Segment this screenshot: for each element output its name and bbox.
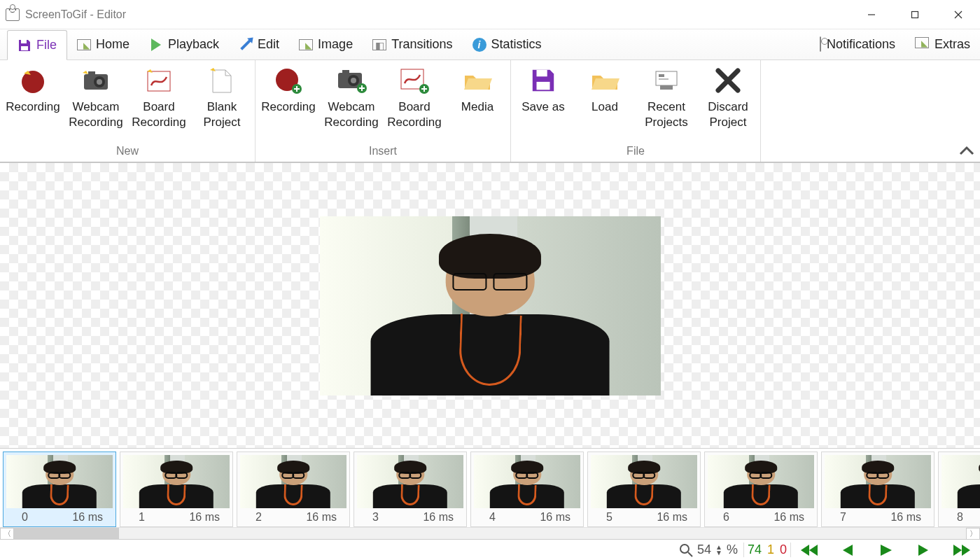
ribbon-group-new: Recording WebcamRecording BoardRecording… — [0, 60, 255, 162]
play-button[interactable] — [876, 543, 895, 557]
tab-home-label: Home — [96, 37, 130, 52]
folder-icon — [574, 66, 636, 95]
frame-duration: 16 ms — [527, 511, 579, 524]
new-board-button[interactable]: BoardRecording — [127, 62, 190, 133]
blank-icon — [190, 66, 253, 95]
prev-frame-button[interactable] — [839, 543, 857, 557]
save-as-button[interactable]: Save as — [512, 62, 574, 118]
tab-home[interactable]: Home — [67, 29, 139, 59]
first-frame-button[interactable] — [801, 543, 819, 557]
zoom-control[interactable]: 54 ▲▼ % — [679, 542, 738, 557]
notifications-button[interactable]: Notifications — [810, 29, 905, 59]
svg-point-16 — [351, 78, 356, 83]
frame-thumb[interactable]: 416 ms — [470, 451, 584, 527]
save-icon — [512, 66, 574, 95]
insert-media-button[interactable]: Media — [446, 62, 509, 118]
search-icon — [679, 543, 693, 557]
frame-thumb[interactable]: 116 ms — [120, 451, 233, 527]
frame-thumb[interactable]: 816 ms — [938, 451, 980, 527]
folder-open-icon — [446, 66, 509, 95]
tab-file[interactable]: File — [7, 30, 67, 60]
label: Save as — [512, 99, 574, 115]
new-recording-label: Recording — [1, 99, 64, 115]
label: Blank — [207, 100, 237, 113]
transitions-icon — [372, 38, 386, 51]
last-frame-button[interactable] — [952, 543, 970, 557]
label: Project — [710, 115, 747, 129]
new-blank-button[interactable]: BlankProject — [190, 62, 253, 133]
label: Board — [143, 100, 174, 113]
insert-board-button[interactable]: BoardRecording — [383, 62, 446, 133]
tab-statistics-label: Statistics — [491, 37, 542, 52]
ribbon-group-file: Save as Load RecentProjects DiscardProje… — [511, 60, 761, 162]
svg-rect-1 — [912, 11, 918, 18]
playback-nav — [797, 543, 974, 557]
frame-thumb[interactable]: 616 ms — [704, 451, 818, 527]
frame-image — [941, 455, 980, 508]
label: Media — [446, 99, 509, 115]
new-webcam-button[interactable]: WebcamRecording — [64, 62, 127, 133]
status-bar: 54 ▲▼ % 74 1 0 — [0, 539, 980, 560]
preview-canvas[interactable] — [0, 162, 980, 448]
group-insert-label: Insert — [257, 145, 509, 162]
svg-rect-17 — [342, 70, 349, 74]
label: Load — [574, 99, 636, 115]
label: Project — [204, 115, 241, 129]
app-icon — [6, 8, 20, 21]
extras-button[interactable]: Extras — [905, 29, 980, 59]
svg-line-30 — [688, 552, 692, 556]
menu-tabs: File Home Playback Edit Image Transition… — [0, 29, 980, 60]
pencil-icon — [239, 38, 253, 51]
frame-index: 5 — [592, 511, 644, 524]
label: Recording — [132, 115, 186, 129]
frame-thumb[interactable]: 516 ms — [587, 451, 701, 527]
recent-projects-button[interactable]: RecentProjects — [636, 62, 697, 133]
load-button[interactable]: Load — [574, 62, 636, 118]
scroll-right-button[interactable]: 〉 — [966, 528, 980, 540]
frame-duration: 16 ms — [761, 511, 813, 524]
tab-statistics[interactable]: i Statistics — [463, 29, 552, 59]
new-recording-button[interactable]: Recording — [1, 62, 64, 118]
frame-image — [825, 455, 931, 508]
discard-project-button[interactable]: DiscardProject — [697, 62, 759, 133]
zoom-spinner[interactable]: ▲▼ — [715, 545, 722, 556]
scroll-left-button[interactable]: 〈 — [0, 528, 14, 540]
frame-scrollbar[interactable]: 〈 〉 — [0, 527, 980, 540]
insert-webcam-button[interactable]: WebcamRecording — [320, 62, 383, 133]
scroll-thumb[interactable] — [14, 528, 119, 540]
frame-image — [123, 455, 230, 508]
frame-thumb[interactable]: 016 ms — [3, 451, 116, 527]
svg-rect-21 — [537, 70, 547, 77]
recent-icon — [636, 66, 697, 95]
maximize-button[interactable] — [893, 0, 937, 29]
label: Discard — [708, 100, 748, 113]
svg-point-6 — [22, 71, 44, 93]
frame-thumb[interactable]: 216 ms — [237, 451, 350, 527]
tab-transitions[interactable]: Transitions — [363, 29, 462, 59]
frame-image — [240, 455, 346, 508]
tab-playback[interactable]: Playback — [139, 29, 229, 59]
insert-recording-button[interactable]: Recording — [257, 62, 320, 118]
minimize-button[interactable] — [850, 0, 893, 29]
window-title: ScreenToGif - Editor — [25, 8, 126, 21]
label: Recording — [387, 115, 442, 129]
close-button[interactable] — [937, 0, 980, 29]
frame-index: 8 — [943, 511, 980, 524]
frame-duration: 16 ms — [410, 511, 462, 524]
tab-image[interactable]: Image — [289, 29, 363, 59]
scroll-track[interactable] — [14, 528, 966, 540]
label: Projects — [645, 115, 687, 129]
frame-thumb[interactable]: 316 ms — [354, 451, 467, 527]
collapse-ribbon-button[interactable] — [959, 143, 974, 159]
frame-index: 7 — [826, 511, 878, 524]
frame-thumb[interactable]: 716 ms — [821, 451, 934, 527]
svg-rect-22 — [537, 82, 550, 90]
frame-index: 6 — [709, 511, 761, 524]
frame-list[interactable]: 016 ms 116 ms 216 ms 316 ms 416 ms 516 m… — [0, 449, 980, 527]
frame-image — [591, 455, 697, 508]
count-total: 74 — [747, 542, 762, 557]
info-icon: i — [472, 38, 486, 51]
svg-rect-26 — [659, 78, 668, 80]
next-frame-button[interactable] — [914, 543, 932, 557]
tab-edit[interactable]: Edit — [229, 29, 289, 59]
